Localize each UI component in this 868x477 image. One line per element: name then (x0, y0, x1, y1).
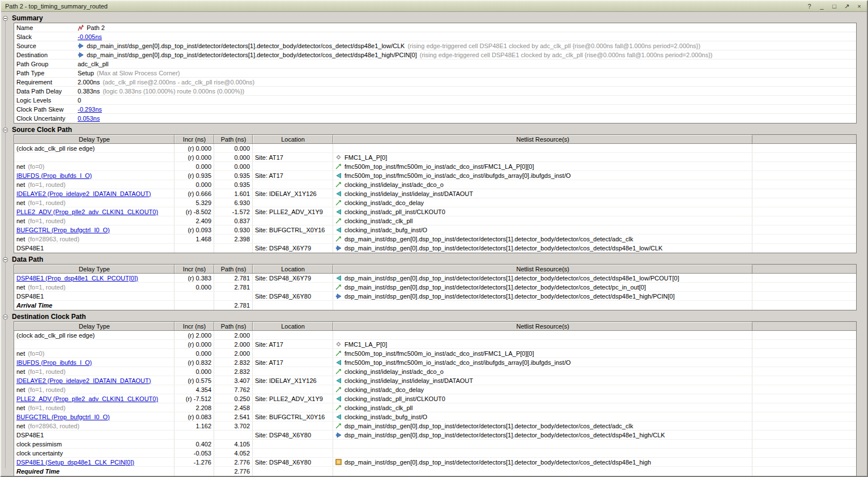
close-button[interactable]: × (856, 2, 863, 10)
timing-row[interactable]: net(fo=1, routed)2.2082.458clocking_inst… (14, 403, 856, 412)
timing-row[interactable]: IBUFDS (Prop_ibufds_I_O)(r) 0.8322.832Si… (14, 358, 856, 367)
summary-link[interactable]: 0.053ns (78, 115, 100, 122)
timing-row[interactable]: IBUFDS (Prop_ibufds_I_O)(r) 0.9350.935Si… (14, 171, 856, 180)
column-header[interactable]: Delay Type (14, 322, 175, 330)
incr-cell: 1.468 (175, 235, 214, 243)
filler-cell (752, 394, 856, 403)
path-cell: 2.776 (214, 458, 253, 466)
titlebar[interactable]: Path 2 - top_timing_summary_routed ?_□↗× (1, 1, 867, 12)
timing-row[interactable]: net(fo=1, routed)2.4090.837clocking_inst… (14, 216, 856, 225)
help-button[interactable]: ? (806, 2, 813, 10)
summary-row[interactable]: NamePath 2 (14, 23, 856, 32)
timing-row[interactable]: Required Time2.776 (14, 467, 856, 476)
column-header[interactable]: Delay Type (14, 135, 175, 143)
delay-type-text: net (16, 218, 25, 224)
timing-row[interactable]: net(fo=1, routed)0.0002.781dsp_main_inst… (14, 283, 856, 292)
timing-row[interactable]: DSP48E1Site: DSP48_X6Y80dsp_main_inst/ds… (14, 292, 856, 301)
minimize-button[interactable]: _ (818, 2, 826, 10)
timing-row[interactable]: DSP48E1Site: DSP48_X6Y79dsp_main_inst/ds… (14, 244, 856, 253)
delay-type-link[interactable]: DSP48E1 (Prop_dsp48e1_CLK_PCOUT[0]) (16, 275, 138, 282)
timing-row[interactable]: BUFGCTRL (Prop_bufgctrl_I0_O)(r) 0.0832.… (14, 412, 856, 421)
summary-link[interactable]: -0.293ns (78, 106, 102, 113)
column-header[interactable]: Location (253, 265, 333, 273)
delay-type-link[interactable]: IBUFDS (Prop_ibufds_I_O) (16, 359, 92, 366)
summary-row[interactable]: Requirement2.000ns(adc_clk_pll rise@2.00… (14, 78, 856, 87)
timing-row[interactable]: DSP48E1 (Setup_dsp48e1_CLK_PCIN[0])-1.27… (14, 458, 856, 467)
timing-row[interactable]: clock pessimism0.4024.105 (14, 440, 856, 449)
summary-row[interactable]: Data Path Delay0.383ns(logic 0.383ns (10… (14, 87, 856, 96)
summary-label: Clock Uncertainty (14, 114, 75, 123)
column-header[interactable]: Incr (ns) (175, 265, 214, 273)
delay-note: (fo=0) (28, 350, 44, 357)
column-header[interactable]: Path (ns) (214, 265, 253, 273)
timing-row[interactable]: PLLE2_ADV (Prop_plle2_adv_CLKIN1_CLKOUT0… (14, 207, 856, 216)
delay-type-link[interactable]: IDELAYE2 (Prop_idelaye2_IDATAIN_DATAOUT) (16, 377, 151, 384)
timing-row[interactable]: Arrival Time2.781 (14, 301, 856, 310)
timing-row[interactable]: net(fo=28963, routed)1.1623.702dsp_main_… (14, 421, 856, 431)
summary-row[interactable]: Path Groupadc_clk_pll (14, 59, 856, 69)
incr-cell: -0.053 (175, 449, 214, 457)
column-header[interactable]: Path (ns) (214, 322, 253, 330)
column-header[interactable]: Location (253, 135, 333, 143)
summary-row[interactable]: Slack-0.005ns (14, 32, 856, 41)
resource-cell: clocking_inst/adc_pll_inst/CLKOUT0 (333, 394, 752, 403)
filler-cell (752, 207, 856, 216)
summary-text: 2.000ns (78, 79, 100, 86)
column-header[interactable]: Delay Type (14, 265, 175, 273)
column-header[interactable]: Incr (ns) (175, 135, 214, 143)
summary-row[interactable]: Logic Levels0 (14, 96, 856, 105)
summary-row[interactable]: Clock Uncertainty0.053ns (14, 114, 856, 123)
summary-row[interactable]: Sourcedsp_main_inst/dsp_gen[0].dsp_top_i… (14, 41, 856, 50)
delay-type-link[interactable]: IDELAYE2 (Prop_idelaye2_IDATAIN_DATAOUT) (16, 190, 151, 197)
column-header[interactable]: Netlist Resource(s) (333, 265, 752, 273)
resource-cell: clocking_inst/idelay_inst/adc_dco_o (333, 180, 752, 189)
timing-row[interactable]: net(fo=1, routed)0.0002.832clocking_inst… (14, 367, 856, 376)
delay-type-text: net (16, 386, 25, 393)
path-cell: 4.052 (214, 449, 253, 457)
timing-row[interactable]: (r) 0.0002.000Site: AT17FMC1_LA_P[0] (14, 340, 856, 349)
summary-row[interactable]: Clock Path Skew-0.293ns (14, 105, 856, 114)
timing-row[interactable]: (clock adc_clk_pll rise edge)(r) 2.0002.… (14, 331, 856, 340)
delay-type-text: DSP48E1 (16, 432, 44, 438)
column-header[interactable]: Netlist Resource(s) (333, 135, 752, 143)
column-header[interactable]: Netlist Resource(s) (333, 322, 752, 330)
timing-row[interactable]: PLLE2_ADV (Prop_plle2_adv_CLKIN1_CLKOUT0… (14, 394, 856, 403)
delay-type-link[interactable]: PLLE2_ADV (Prop_plle2_adv_CLKIN1_CLKOUT0… (16, 395, 158, 402)
timing-row[interactable]: net(fo=0)0.0000.000fmc500m_top_inst/fmc5… (14, 162, 856, 171)
timing-row[interactable]: net(fo=0)0.0002.000fmc500m_top_inst/fmc5… (14, 349, 856, 358)
float-button[interactable]: ↗ (843, 2, 850, 10)
timing-row[interactable]: IDELAYE2 (Prop_idelaye2_IDATAIN_DATAOUT)… (14, 189, 856, 198)
timing-row[interactable]: net(fo=28963, routed)1.4682.398dsp_main_… (14, 235, 856, 244)
delay-type-link[interactable]: IBUFDS (Prop_ibufds_I_O) (16, 172, 92, 179)
maximize-button[interactable]: □ (831, 2, 838, 10)
delay-type-text: Arrival Time (16, 302, 52, 309)
timing-row[interactable]: net(fo=1, routed)4.3547.762clocking_inst… (14, 385, 856, 394)
timing-row[interactable]: DSP48E1Site: DSP48_X6Y80dsp_main_inst/ds… (14, 431, 856, 440)
timing-row[interactable]: clock uncertainty-0.0534.052 (14, 449, 856, 458)
summary-row[interactable]: Path TypeSetup(Max at Slow Process Corne… (14, 69, 856, 78)
timing-row[interactable]: (r) 0.0000.000Site: AT17FMC1_LA_P[0] (14, 153, 856, 162)
timing-row[interactable]: net(fo=1, routed)5.3296.930clocking_inst… (14, 198, 856, 207)
output-pin-icon (335, 377, 343, 384)
column-header[interactable]: Path (ns) (214, 135, 253, 143)
summary-link[interactable]: -0.005ns (78, 33, 102, 40)
collapse-toggle[interactable] (3, 127, 8, 133)
timing-report-window: Path 2 - top_timing_summary_routed ?_□↗×… (0, 0, 868, 477)
collapse-toggle[interactable] (3, 314, 8, 320)
collapse-toggle[interactable] (3, 16, 8, 21)
column-header[interactable]: Location (253, 322, 333, 330)
delay-type-cell: IDELAYE2 (Prop_idelaye2_IDATAIN_DATAOUT) (14, 376, 175, 385)
timing-row[interactable]: DSP48E1 (Prop_dsp48e1_CLK_PCOUT[0])(r) 0… (14, 274, 856, 283)
column-header[interactable]: Incr (ns) (175, 322, 214, 330)
timing-row[interactable]: net(fo=1, routed)0.0000.935clocking_inst… (14, 180, 856, 189)
timing-row[interactable]: (clock adc_clk_pll rise edge)(r) 0.0000.… (14, 144, 856, 153)
summary-label: Data Path Delay (14, 87, 75, 95)
collapse-toggle[interactable] (3, 257, 8, 262)
summary-row[interactable]: Destinationdsp_main_inst/dsp_gen[0].dsp_… (14, 50, 856, 59)
delay-type-link[interactable]: DSP48E1 (Setup_dsp48e1_CLK_PCIN[0]) (16, 459, 134, 466)
delay-type-link[interactable]: BUFGCTRL (Prop_bufgctrl_I0_O) (16, 414, 110, 420)
timing-row[interactable]: BUFGCTRL (Prop_bufgctrl_I0_O)(r) 0.0930.… (14, 225, 856, 235)
delay-type-link[interactable]: PLLE2_ADV (Prop_plle2_adv_CLKIN1_CLKOUT0… (16, 208, 158, 215)
timing-row[interactable]: IDELAYE2 (Prop_idelaye2_IDATAIN_DATAOUT)… (14, 376, 856, 385)
delay-type-link[interactable]: BUFGCTRL (Prop_bufgctrl_I0_O) (16, 227, 110, 233)
